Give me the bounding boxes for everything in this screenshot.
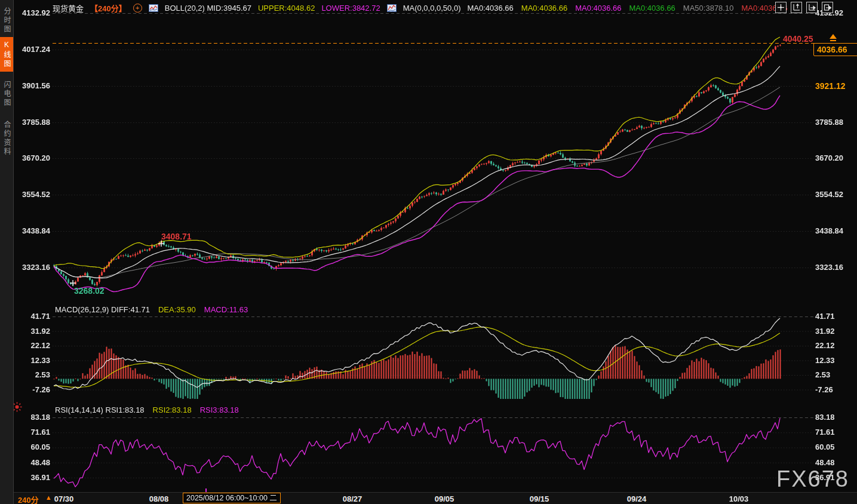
sidebar-tab-3[interactable]: 闪电图 xyxy=(0,76,13,111)
macd-value: MACD:11.63 xyxy=(204,305,248,314)
y-axis-tick: 2.53 xyxy=(815,371,830,379)
ma-values-group: MA0:4036.66MA0:4036.66MA0:4036.66MA0:403… xyxy=(467,4,787,13)
y-axis-tick: 3323.16 xyxy=(815,263,843,272)
y-axis-tick: 83.18 xyxy=(815,413,835,422)
ma-value-1: MA0:4036.66 xyxy=(467,4,513,13)
crosshair-icon[interactable] xyxy=(775,2,787,13)
footer-timeframe-label[interactable]: 240分 xyxy=(18,494,39,504)
timeframe-label[interactable]: 【240分】 xyxy=(90,2,127,14)
expand-periods-icon[interactable]: ▲ xyxy=(45,494,52,501)
indicator-header: 现货黄金 【240分】 + BOLL(20,2) MID:3945.67 UPP… xyxy=(53,2,788,13)
sidebar: 分时图K线图闪电图合约资料 xyxy=(0,0,14,504)
y-axis-tick: 41.71 xyxy=(815,312,835,321)
y-axis-tick: -7.26 xyxy=(815,386,833,394)
y-axis-tick: 4017.24 xyxy=(17,45,50,54)
y-axis-tick: 3785.88 xyxy=(815,118,843,127)
ma-value-2: MA0:4036.66 xyxy=(521,4,567,13)
ma-value-5: MA50:3878.10 xyxy=(683,4,734,13)
swing-low-annotation: 3268.02 xyxy=(74,286,105,296)
sidebar-tab-4[interactable]: 合约资料 xyxy=(0,116,13,161)
x-axis-zoom-icon[interactable] xyxy=(806,2,818,13)
y-axis-zoom-icon[interactable] xyxy=(791,2,802,13)
crosshair-date-tooltip: 2025/08/12 06:00~10:00 二 xyxy=(183,493,281,503)
y-axis-tick: 71.61 xyxy=(17,428,50,437)
session-high-annotation: 4040.25 xyxy=(783,34,813,44)
y-axis-tick: 48.48 xyxy=(815,459,835,467)
y-axis-tick: 60.05 xyxy=(17,443,50,451)
price-marker-icon xyxy=(829,34,837,44)
boll-lower-value: LOWER:3842.72 xyxy=(321,4,380,13)
ma-indicator-icon[interactable] xyxy=(387,4,397,12)
y-axis-tick: 2.53 xyxy=(17,371,50,379)
y-axis-tick: -7.26 xyxy=(17,386,50,394)
y-axis-tick: 71.61 xyxy=(815,428,835,437)
macd-panel-header: MACD(26,12,9) DIFF:41.71 DEA:35.90 MACD:… xyxy=(55,305,248,314)
y-axis-tick: 3323.16 xyxy=(17,263,50,272)
y-axis-tick: 3785.88 xyxy=(17,118,50,127)
reference-price-label: 3921.12 xyxy=(813,81,847,91)
y-axis-tick: 3438.84 xyxy=(815,227,843,235)
current-price-box[interactable]: 4036.66 xyxy=(813,43,857,56)
y-axis-tick: 60.05 xyxy=(815,443,835,451)
y-axis-tick: 31.92 xyxy=(815,327,835,336)
y-axis-tick: 3554.52 xyxy=(17,190,50,199)
sidebar-tab-1[interactable]: 分时图 xyxy=(0,5,13,36)
macd-diff-value: MACD(26,12,9) DIFF:41.71 xyxy=(55,305,150,314)
y-axis-tick: 3554.52 xyxy=(815,190,843,199)
pan-right-icon[interactable] xyxy=(822,2,833,13)
boll-mid-value: BOLL(20,2) MID:3945.67 xyxy=(165,4,251,13)
chart-canvas[interactable] xyxy=(0,0,857,504)
y-axis-tick: 83.18 xyxy=(17,413,50,422)
x-axis-tick: 07/30 xyxy=(54,494,74,503)
y-axis-tick: 3901.56 xyxy=(17,82,50,90)
y-axis-tick: 4132.92 xyxy=(17,9,50,17)
x-axis-tick: 10/03 xyxy=(729,494,749,503)
y-axis-tick: 3438.84 xyxy=(17,227,50,235)
y-axis-tick: 22.12 xyxy=(17,342,50,350)
x-axis-tick: 09/15 xyxy=(530,494,549,503)
x-axis-tick: 08/08 xyxy=(149,494,169,503)
boll-upper-value: UPPER:4048.62 xyxy=(258,4,315,13)
rsi1-value: RSI(14,14,14) RSI1:83.18 xyxy=(55,405,145,414)
x-axis-tick: 09/05 xyxy=(435,494,454,503)
rsi2-value: RSI2:83.18 xyxy=(153,405,192,414)
boll-indicator-icon[interactable] xyxy=(149,4,158,12)
rsi3-value: RSI3:83.18 xyxy=(200,405,239,414)
y-axis-tick: 41.71 xyxy=(17,312,50,321)
sidebar-tab-2[interactable]: K线图 xyxy=(0,37,13,72)
watermark: FX678 xyxy=(776,466,849,492)
ma-value-3: MA0:4036.66 xyxy=(575,4,621,13)
trading-terminal-window: 分时图K线图闪电图合约资料 现货黄金 【240分】 + BOLL(20,2) M… xyxy=(0,0,857,504)
add-indicator-icon[interactable]: + xyxy=(133,4,142,13)
y-axis-tick: 48.48 xyxy=(17,459,50,467)
y-axis-tick: 3670.20 xyxy=(815,154,843,162)
x-axis-tick: 08/27 xyxy=(343,494,363,503)
y-axis-tick: 36.91 xyxy=(17,474,50,482)
y-axis-tick: 3670.20 xyxy=(17,154,50,162)
ma-params-label: MA(0,0,0,0,50,0) xyxy=(403,4,461,13)
y-axis-tick: 31.92 xyxy=(17,327,50,336)
y-axis-tick: 22.12 xyxy=(815,342,835,350)
ma-value-4: MA0:4036.66 xyxy=(629,4,675,13)
current-price-value: 4036.66 xyxy=(817,45,847,54)
instrument-title: 现货黄金 xyxy=(53,2,84,14)
y-axis-tick: 12.33 xyxy=(17,357,50,365)
rsi-panel-header: RSI(14,14,14) RSI1:83.18 RSI2:83.18 RSI3… xyxy=(55,405,239,414)
y-axis-tick: 12.33 xyxy=(815,357,835,365)
macd-dea-value: DEA:35.90 xyxy=(158,305,196,314)
swing-high-annotation: 3408.71 xyxy=(161,232,192,241)
chart-toolbar xyxy=(775,2,833,13)
crosshair-time-tick xyxy=(205,488,207,492)
x-axis-tick: 09/24 xyxy=(627,494,647,503)
